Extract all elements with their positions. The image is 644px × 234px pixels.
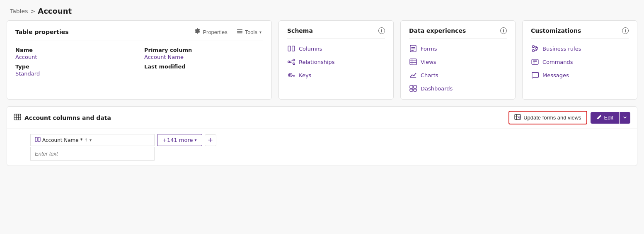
data-experiences-info-icon: i xyxy=(500,27,507,34)
business-rules-link[interactable]: Business rules xyxy=(531,44,629,53)
bottom-section: Account columns and data Update forms an… xyxy=(7,106,637,166)
name-label: Name xyxy=(15,47,134,53)
update-forms-button[interactable]: Update forms and views xyxy=(508,111,587,124)
views-link[interactable]: Views xyxy=(409,58,507,66)
schema-card-header: Schema i xyxy=(287,27,385,39)
account-name-column-header[interactable]: Account Name * ↑ ▾ xyxy=(30,134,155,146)
breadcrumb-current: Account xyxy=(38,7,72,15)
customizations-card: Customizations i Business rules xyxy=(522,20,637,100)
edit-button-group: Edit xyxy=(591,112,630,124)
breadcrumb: Tables > Account xyxy=(0,0,644,20)
table-column-headers: Account Name * ↑ ▾ +141 more ▾ + xyxy=(14,134,630,146)
dashboards-label: Dashboards xyxy=(421,85,453,92)
primary-col-prop: Primary column Account Name xyxy=(144,47,263,60)
dashboards-icon xyxy=(409,84,417,93)
svg-rect-0 xyxy=(237,29,242,30)
forms-label: Forms xyxy=(421,46,437,52)
messages-icon xyxy=(531,71,539,79)
table-properties-card: Table properties Properties xyxy=(7,20,272,100)
svg-rect-15 xyxy=(410,45,416,52)
svg-rect-1 xyxy=(237,31,242,32)
edit-chevron-icon xyxy=(623,115,627,121)
properties-label: Properties xyxy=(203,29,227,35)
customizations-header: Customizations i xyxy=(531,27,629,39)
business-rules-label: Business rules xyxy=(542,46,581,52)
update-forms-icon xyxy=(514,114,521,121)
svg-rect-3 xyxy=(288,46,291,51)
sort-up-icon: ↑ xyxy=(84,138,87,142)
dashboards-link[interactable]: Dashboards xyxy=(409,84,507,93)
table-properties-actions: Properties Tools ▾ xyxy=(193,27,263,37)
data-table-row xyxy=(14,147,630,161)
svg-rect-44 xyxy=(515,115,521,119)
table-properties-grid: Name Account Primary column Account Name… xyxy=(15,47,263,77)
keys-label: Keys xyxy=(299,72,311,78)
data-experiences-card: Data experiences i Forms xyxy=(400,20,516,100)
customizations-title: Customizations xyxy=(531,27,581,34)
svg-rect-29 xyxy=(533,50,534,51)
tools-label: Tools xyxy=(245,29,257,35)
primary-col-value[interactable]: Account Name xyxy=(144,54,263,60)
relationships-icon xyxy=(287,58,295,66)
account-name-input[interactable] xyxy=(30,147,155,161)
type-value[interactable]: Standard xyxy=(15,71,134,77)
svg-rect-26 xyxy=(410,89,413,91)
svg-point-7 xyxy=(293,63,295,64)
breadcrumb-parent[interactable]: Tables xyxy=(10,8,28,15)
keys-icon xyxy=(287,71,295,79)
properties-button[interactable]: Properties xyxy=(193,27,229,37)
table-grid-icon xyxy=(14,114,21,122)
name-value[interactable]: Account xyxy=(15,54,134,60)
svg-line-8 xyxy=(290,60,293,61)
relationships-link[interactable]: Relationships xyxy=(287,58,385,66)
tools-chevron-icon: ▾ xyxy=(259,30,261,34)
col-icon xyxy=(35,137,41,143)
tools-button[interactable]: Tools ▾ xyxy=(235,27,263,37)
add-column-button[interactable]: + xyxy=(205,134,216,146)
views-icon xyxy=(409,58,417,66)
data-experiences-links: Forms Views xyxy=(409,44,507,93)
commands-link[interactable]: Commands xyxy=(531,58,629,66)
update-forms-label: Update forms and views xyxy=(523,115,581,121)
data-experiences-header: Data experiences i xyxy=(409,27,507,39)
bottom-section-title: Account columns and data xyxy=(24,115,111,121)
svg-rect-24 xyxy=(410,85,413,88)
svg-point-11 xyxy=(289,74,291,76)
schema-title: Schema xyxy=(287,27,313,34)
schema-info-icon: i xyxy=(378,27,385,34)
charts-icon xyxy=(409,71,417,79)
table-properties-title: Table properties xyxy=(15,29,69,35)
svg-rect-28 xyxy=(533,46,534,47)
more-columns-button[interactable]: +141 more ▾ xyxy=(157,134,202,146)
relationships-label: Relationships xyxy=(299,59,335,65)
svg-rect-2 xyxy=(237,32,242,33)
customizations-links: Business rules Commands xyxy=(531,44,629,79)
columns-link[interactable]: Columns xyxy=(287,44,385,53)
keys-link[interactable]: Keys xyxy=(287,71,385,79)
last-modified-value: - xyxy=(144,71,263,77)
edit-dropdown-button[interactable] xyxy=(620,112,630,124)
account-name-col-label: Account Name * xyxy=(42,137,82,143)
charts-link[interactable]: Charts xyxy=(409,71,507,79)
data-experiences-title: Data experiences xyxy=(409,27,466,34)
edit-icon xyxy=(596,115,602,121)
type-prop: Type Standard xyxy=(15,63,134,77)
columns-label: Columns xyxy=(299,46,322,52)
schema-links: Columns Relationships xyxy=(287,44,385,79)
tools-icon xyxy=(237,28,243,36)
edit-label: Edit xyxy=(604,115,613,121)
svg-rect-30 xyxy=(536,47,537,49)
svg-rect-27 xyxy=(414,89,416,91)
svg-rect-4 xyxy=(292,46,295,51)
messages-link[interactable]: Messages xyxy=(531,71,629,79)
edit-button[interactable]: Edit xyxy=(591,112,619,124)
primary-col-label: Primary column xyxy=(144,47,263,53)
data-table-area: Account Name * ↑ ▾ +141 more ▾ + xyxy=(7,129,637,166)
forms-link[interactable]: Forms xyxy=(409,44,507,53)
type-label: Type xyxy=(15,63,134,70)
gear-icon xyxy=(194,28,201,36)
breadcrumb-separator: > xyxy=(31,8,36,15)
cards-row: Table properties Properties xyxy=(0,20,644,106)
name-prop: Name Account xyxy=(15,47,134,60)
svg-point-6 xyxy=(293,59,295,61)
